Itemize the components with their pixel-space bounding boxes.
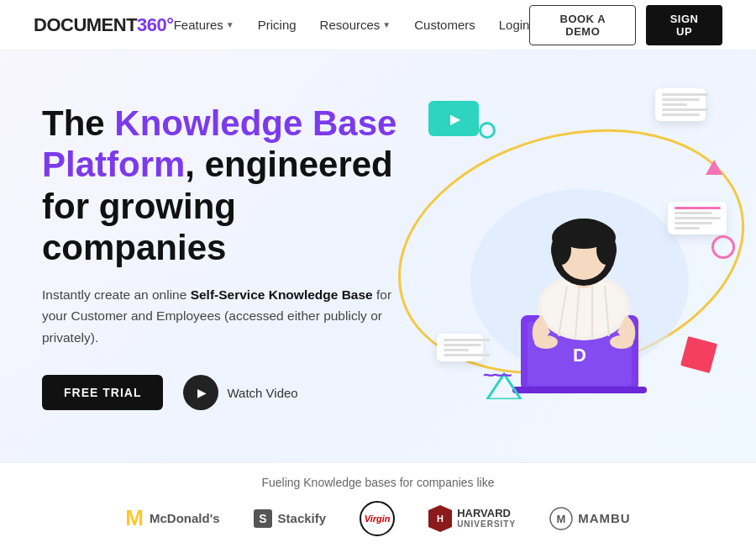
teal-circle-decoration xyxy=(479,122,496,139)
logo-number: 360 xyxy=(137,14,166,35)
logo-virgin: Virgin xyxy=(360,501,395,536)
hero-title: The Knowledge Base Platform, engineered … xyxy=(42,103,412,269)
video-thumbnail: ▶ xyxy=(428,101,479,136)
logo-mcdonalds: M McDonald's xyxy=(125,505,219,531)
logo-harvard: H HARVARD UNIVERSITY xyxy=(428,505,516,532)
logos-section: Fueling Knowledge bases for companies li… xyxy=(0,462,756,548)
svg-text:S: S xyxy=(259,512,266,525)
hero-illustration: ▶ xyxy=(412,50,731,462)
hero-title-plain: The xyxy=(42,103,114,143)
harvard-icon: H xyxy=(428,505,452,532)
nav-resources[interactable]: Resources ▼ xyxy=(320,18,391,32)
logos-label: Fueling Knowledge bases for companies li… xyxy=(261,476,494,489)
chevron-down-icon: ▼ xyxy=(382,20,391,29)
svg-point-11 xyxy=(534,335,558,349)
mambu-label: MAMBU xyxy=(578,511,631,525)
stackify-label: Stackify xyxy=(278,511,327,525)
logo-mambu: M MAMBU xyxy=(549,507,631,530)
svg-point-19 xyxy=(557,219,611,249)
hero-subtitle: Instantly create an online Self-Service … xyxy=(42,284,412,349)
logos-row: M McDonald's S Stackify Virgin H HARVARD… xyxy=(125,501,630,536)
logo-text: DOCUMENT xyxy=(34,14,137,35)
stackify-icon: S xyxy=(254,509,272,528)
nav-customers[interactable]: Customers xyxy=(414,18,475,32)
hero-actions: FREE TRIAL ▶ Watch Video xyxy=(42,375,412,410)
navbar: DOCUMENT360° Features ▼ Pricing Resource… xyxy=(0,0,756,50)
hero-section: The Knowledge Base Platform, engineered … xyxy=(0,50,756,462)
mcdonalds-icon: M xyxy=(125,505,144,531)
nav-actions: BOOK A DEMO SIGN UP xyxy=(529,5,722,45)
pink-circle-decoration xyxy=(711,235,735,259)
nav-pricing[interactable]: Pricing xyxy=(258,18,297,32)
document-card-1 xyxy=(655,88,706,121)
nav-features[interactable]: Features ▼ xyxy=(174,18,234,32)
svg-text:D: D xyxy=(573,345,586,366)
hero-content: The Knowledge Base Platform, engineered … xyxy=(42,103,412,411)
virgin-icon: Virgin xyxy=(360,501,395,536)
wavy-decoration: ~~~ xyxy=(483,365,511,387)
logo[interactable]: DOCUMENT360° xyxy=(34,14,174,36)
harvard-text: HARVARD UNIVERSITY xyxy=(457,507,516,530)
pink-triangle-decoration xyxy=(706,160,722,175)
nav-login[interactable]: Login xyxy=(499,18,530,32)
document-card-2 xyxy=(668,202,727,234)
mcdonalds-label: McDonald's xyxy=(150,511,220,525)
watch-video-button[interactable]: ▶ Watch Video xyxy=(183,375,297,410)
svg-text:M: M xyxy=(557,513,566,525)
play-icon: ▶ xyxy=(197,386,207,399)
sign-up-button[interactable]: SIGN UP xyxy=(646,5,722,45)
chevron-down-icon: ▼ xyxy=(226,20,234,29)
svg-text:H: H xyxy=(437,514,444,524)
document-card-3 xyxy=(437,334,483,361)
hero-subtitle-bold: Self-Service Knowledge Base xyxy=(191,287,373,302)
svg-rect-2 xyxy=(512,387,647,393)
nav-links: Features ▼ Pricing Resources ▼ Customers… xyxy=(174,18,530,32)
free-trial-button[interactable]: FREE TRIAL xyxy=(42,375,163,410)
book-demo-button[interactable]: BOOK A DEMO xyxy=(529,5,636,45)
video-play-icon: ▶ xyxy=(450,111,460,127)
watch-video-label: Watch Video xyxy=(227,386,297,400)
mambu-icon: M xyxy=(549,507,573,530)
play-circle-icon: ▶ xyxy=(183,375,218,410)
logo-stackify: S Stackify xyxy=(254,509,327,528)
svg-point-12 xyxy=(610,335,633,349)
